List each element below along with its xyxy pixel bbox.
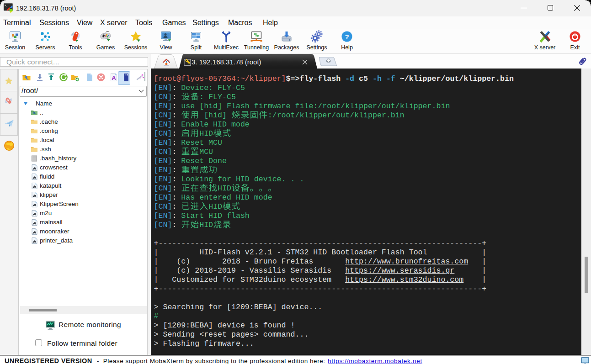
svg-text:?: ? (345, 33, 349, 41)
svg-text:A: A (112, 74, 116, 81)
